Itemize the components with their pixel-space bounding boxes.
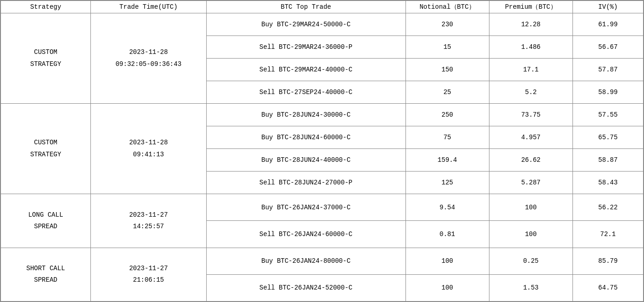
iv-cell: 57.87 — [572, 59, 643, 81]
notional-cell: 25 — [405, 81, 489, 104]
notional-cell: 150 — [405, 59, 489, 81]
header-premium: Premium（BTC） — [489, 1, 572, 13]
strategy-cell: CUSTOM STRATEGY — [1, 104, 91, 194]
trade-time-cell: 2023-11-28 09:41:13 — [91, 104, 207, 194]
notional-cell: 125 — [405, 172, 489, 194]
header-notional: Notional（BTC） — [405, 1, 489, 13]
strategy-cell: CUSTOM STRATEGY — [1, 13, 91, 104]
notional-cell: 159.4 — [405, 149, 489, 172]
premium-cell: 5.287 — [489, 172, 572, 194]
notional-cell: 250 — [405, 104, 489, 126]
iv-cell: 58.43 — [572, 172, 643, 194]
premium-cell: 12.28 — [489, 13, 572, 36]
iv-cell: 65.75 — [572, 126, 643, 149]
header-strategy: Strategy — [1, 1, 91, 13]
premium-cell: 26.62 — [489, 149, 572, 172]
table-row: LONG CALL SPREAD2023-11-27 14:25:57Buy B… — [1, 194, 644, 221]
btc-trade-cell: Buy BTC-26JAN24-37000-C — [206, 194, 405, 221]
premium-cell: 100 — [489, 194, 572, 221]
trade-time-cell: 2023-11-27 21:06:15 — [91, 248, 207, 301]
btc-trade-cell: Sell BTC-27SEP24-40000-C — [206, 81, 405, 104]
premium-cell: 4.957 — [489, 126, 572, 149]
notional-cell: 0.81 — [405, 221, 489, 248]
notional-cell: 9.54 — [405, 194, 489, 221]
main-table-container: Strategy Trade Time(UTC) BTC Top Trade N… — [0, 0, 644, 302]
table-row: SHORT CALL SPREAD2023-11-27 21:06:15Buy … — [1, 248, 644, 274]
trades-table: Strategy Trade Time(UTC) BTC Top Trade N… — [0, 0, 644, 302]
btc-trade-cell: Buy BTC-29MAR24-50000-C — [206, 13, 405, 36]
premium-cell: 5.2 — [489, 81, 572, 104]
premium-cell: 17.1 — [489, 59, 572, 81]
btc-trade-cell: Buy BTC-26JAN24-80000-C — [206, 248, 405, 274]
iv-cell: 57.55 — [572, 104, 643, 126]
iv-cell: 72.1 — [572, 221, 643, 248]
btc-trade-cell: Sell BTC-28JUN24-27000-P — [206, 172, 405, 194]
premium-cell: 1.53 — [489, 274, 572, 301]
btc-trade-cell: Sell BTC-29MAR24-36000-P — [206, 36, 405, 59]
notional-cell: 230 — [405, 13, 489, 36]
iv-cell: 56.22 — [572, 194, 643, 221]
iv-cell: 61.99 — [572, 13, 643, 36]
btc-trade-cell: Sell BTC-26JAN24-52000-C — [206, 274, 405, 301]
notional-cell: 100 — [405, 248, 489, 274]
iv-cell: 85.79 — [572, 248, 643, 274]
trade-time-cell: 2023-11-28 09:32:05-09:36:43 — [91, 13, 207, 104]
premium-cell: 73.75 — [489, 104, 572, 126]
premium-cell: 1.486 — [489, 36, 572, 59]
btc-trade-cell: Buy BTC-28JUN24-40000-C — [206, 149, 405, 172]
btc-trade-cell: Buy BTC-28JUN24-30000-C — [206, 104, 405, 126]
trade-time-cell: 2023-11-27 14:25:57 — [91, 194, 207, 248]
btc-trade-cell: Buy BTC-28JUN24-60000-C — [206, 126, 405, 149]
header-btc-top-trade: BTC Top Trade — [206, 1, 405, 13]
iv-cell: 58.87 — [572, 149, 643, 172]
iv-cell: 64.75 — [572, 274, 643, 301]
premium-cell: 100 — [489, 221, 572, 248]
iv-cell: 56.67 — [572, 36, 643, 59]
header-iv: IV(%) — [572, 1, 643, 13]
notional-cell: 75 — [405, 126, 489, 149]
header-row: Strategy Trade Time(UTC) BTC Top Trade N… — [1, 1, 644, 13]
table-row: CUSTOM STRATEGY2023-11-28 09:32:05-09:36… — [1, 13, 644, 36]
strategy-cell: LONG CALL SPREAD — [1, 194, 91, 248]
notional-cell: 100 — [405, 274, 489, 301]
strategy-cell: SHORT CALL SPREAD — [1, 248, 91, 301]
btc-trade-cell: Sell BTC-29MAR24-40000-C — [206, 59, 405, 81]
table-row: CUSTOM STRATEGY2023-11-28 09:41:13Buy BT… — [1, 104, 644, 126]
notional-cell: 15 — [405, 36, 489, 59]
premium-cell: 0.25 — [489, 248, 572, 274]
header-trade-time: Trade Time(UTC) — [91, 1, 207, 13]
iv-cell: 58.99 — [572, 81, 643, 104]
btc-trade-cell: Sell BTC-26JAN24-60000-C — [206, 221, 405, 248]
